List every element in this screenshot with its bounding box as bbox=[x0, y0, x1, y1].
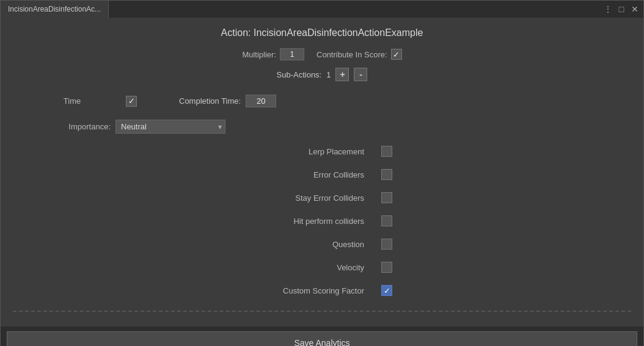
velocity-row: Velocity bbox=[13, 258, 631, 276]
multiplier-row: Multiplier: Contribute In Score: bbox=[13, 48, 631, 60]
importance-row: Importance: Neutral Low Medium High bbox=[13, 116, 631, 137]
custom-row: Custom Scoring Factor bbox=[13, 281, 631, 300]
multiplier-input[interactable] bbox=[280, 48, 304, 60]
multiplier-label: Multiplier: bbox=[242, 50, 276, 59]
contribute-checkbox[interactable] bbox=[391, 49, 402, 60]
error-row: Error Colliders bbox=[13, 165, 631, 184]
lerp-label: Lerp Placement bbox=[252, 147, 374, 156]
custom-label: Custom Scoring Factor bbox=[252, 286, 374, 295]
time-importance-row: Time Completion Time: bbox=[13, 91, 631, 111]
error-label: Error Colliders bbox=[252, 170, 374, 179]
window-controls: ⋮ □ ✕ bbox=[602, 3, 643, 15]
hit-label: Hit perform colliders bbox=[252, 217, 374, 226]
question-row: Question bbox=[13, 235, 631, 253]
subactions-row: Sub-Actions: 1 + - bbox=[13, 68, 631, 81]
maximize-button[interactable]: □ bbox=[615, 3, 628, 15]
time-label: Time bbox=[23, 96, 121, 106]
window-tab[interactable]: IncisionAreaDisinfectionAc... bbox=[1, 1, 109, 18]
menu-button[interactable]: ⋮ bbox=[602, 3, 614, 15]
content-area: Action: IncisionAreaDisinfectionActionEx… bbox=[1, 18, 643, 326]
importance-dropdown[interactable]: Neutral Low Medium High bbox=[115, 120, 225, 134]
tab-title: IncisionAreaDisinfectionAc... bbox=[8, 5, 101, 13]
stay-error-checkbox[interactable] bbox=[381, 192, 392, 203]
contribute-label: Contribute In Score: bbox=[317, 50, 387, 59]
save-bar: Save Analytics bbox=[1, 326, 643, 346]
lerp-row: Lerp Placement bbox=[13, 142, 631, 160]
hit-checkbox[interactable] bbox=[381, 215, 392, 226]
action-title: Action: IncisionAreaDisinfectionActionEx… bbox=[13, 27, 631, 38]
question-label: Question bbox=[252, 240, 374, 249]
error-checkbox[interactable] bbox=[381, 169, 392, 180]
subactions-plus-button[interactable]: + bbox=[335, 68, 349, 81]
separator bbox=[13, 311, 631, 312]
importance-dropdown-wrapper: Neutral Low Medium High bbox=[115, 120, 225, 134]
multiplier-field: Multiplier: bbox=[242, 48, 304, 60]
contribute-field: Contribute In Score: bbox=[317, 49, 402, 60]
stay-error-label: Stay Error Colliders bbox=[252, 193, 374, 203]
lerp-checkbox[interactable] bbox=[381, 146, 392, 157]
importance-label: Importance: bbox=[13, 122, 111, 131]
subactions-minus-button[interactable]: - bbox=[354, 68, 367, 81]
question-checkbox[interactable] bbox=[381, 239, 392, 250]
velocity-label: Velocity bbox=[252, 263, 374, 272]
custom-checkbox[interactable] bbox=[381, 285, 392, 296]
title-bar: IncisionAreaDisinfectionAc... ⋮ □ ✕ bbox=[1, 1, 643, 18]
subactions-value: 1 bbox=[326, 70, 331, 79]
subactions-label: Sub-Actions: bbox=[277, 70, 322, 79]
hit-row: Hit perform colliders bbox=[13, 212, 631, 230]
velocity-checkbox[interactable] bbox=[381, 262, 392, 273]
main-window: IncisionAreaDisinfectionAc... ⋮ □ ✕ Acti… bbox=[0, 0, 644, 346]
save-analytics-button[interactable]: Save Analytics bbox=[7, 331, 637, 346]
close-button[interactable]: ✕ bbox=[629, 3, 641, 15]
stay-error-row: Stay Error Colliders bbox=[13, 189, 631, 207]
completion-input[interactable] bbox=[246, 95, 276, 107]
completion-label: Completion Time: bbox=[179, 96, 241, 106]
time-checkbox[interactable] bbox=[126, 96, 137, 107]
